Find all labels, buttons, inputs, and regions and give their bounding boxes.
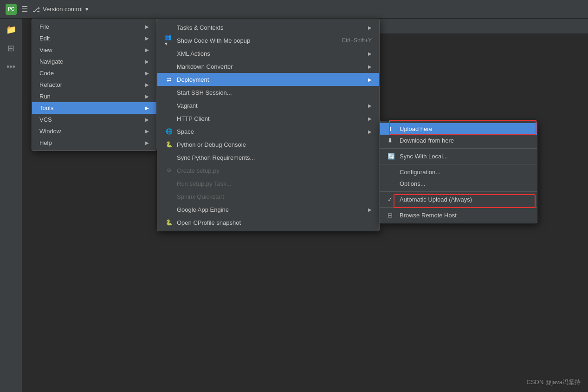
watermark: CSDN @java冯坚持: [527, 378, 581, 386]
menu-item-window[interactable]: Window ▶: [32, 125, 156, 137]
chevron-right-icon: ▶: [368, 129, 372, 134]
chevron-right-icon: ▶: [145, 24, 149, 29]
chevron-right-icon: ▶: [145, 82, 149, 87]
submenu-sphinx: Sphinx Quickstart: [157, 190, 379, 203]
cprofile-icon: 🐍: [165, 218, 173, 227]
menu-item-code[interactable]: Code ▶: [32, 67, 156, 79]
chevron-right-icon: ▶: [145, 71, 149, 76]
deployment-browse-remote[interactable]: ⊞ Browse Remote Host: [380, 209, 537, 221]
chevron-right-icon: ▶: [145, 59, 149, 64]
checkmark-icon: ✓: [388, 196, 396, 203]
chevron-right-icon: ▶: [145, 140, 149, 145]
sidebar-item-modules[interactable]: ⊞: [4, 41, 19, 56]
chevron-right-icon: ▶: [368, 51, 372, 56]
run-setup-icon: [165, 179, 173, 188]
chevron-right-icon: ▶: [145, 36, 149, 41]
xml-icon: [165, 49, 173, 58]
submenu-create-setup: ⚙ Create setup.py: [157, 164, 379, 177]
submenu-tasks-contexts[interactable]: Tasks & Contexts ▶: [157, 21, 379, 34]
menu-item-run[interactable]: Run ▶: [32, 91, 156, 102]
menu-item-view[interactable]: View ▶: [32, 44, 156, 56]
submenu-vagrant[interactable]: Vagrant ▶: [157, 99, 379, 112]
deployment-download-here[interactable]: ⬇ Download from here: [380, 135, 537, 146]
separator: [380, 164, 537, 164]
menu-item-edit[interactable]: Edit ▶: [32, 33, 156, 44]
chevron-right-icon: ▶: [368, 25, 372, 30]
separator: [380, 148, 537, 149]
sidebar-item-folder[interactable]: 📁: [4, 22, 19, 37]
deployment-upload-here[interactable]: ⬆ Upload here: [380, 123, 537, 135]
chevron-right-icon: ▶: [368, 116, 372, 121]
deployment-configuration[interactable]: Configuration...: [380, 166, 537, 178]
vagrant-icon: [165, 101, 173, 110]
submenu-start-ssh[interactable]: Start SSH Session...: [157, 86, 379, 99]
separator: [380, 207, 537, 208]
space-icon: 🌐: [165, 127, 173, 136]
menu-item-refactor[interactable]: Refactor ▶: [32, 79, 156, 91]
chevron-right-icon: ▶: [368, 77, 372, 82]
browse-icon: ⊞: [388, 212, 396, 219]
menu-item-help[interactable]: Help ▶: [32, 137, 156, 149]
version-control-tab[interactable]: ⎇ Version control ▾: [32, 6, 89, 13]
sidebar-item-more[interactable]: •••: [4, 59, 19, 74]
separator: [380, 191, 537, 192]
submenu-run-setup-task: Run setup.py Task...: [157, 177, 379, 190]
deployment-submenu: ⬆ Upload here ⬇ Download from here 🔄 Syn…: [380, 121, 537, 223]
tools-submenu: Tasks & Contexts ▶ 👥▾ Show Code With Me …: [157, 19, 380, 231]
menu-item-vcs[interactable]: VCS ▶: [32, 114, 156, 125]
branch-icon: ⎇: [32, 6, 40, 13]
setup-icon: ⚙: [165, 166, 173, 175]
titlebar: PC ☰ ⎇ Version control ▾: [0, 0, 588, 19]
chevron-right-icon: ▶: [145, 47, 149, 52]
google-icon: [165, 205, 173, 214]
submenu-python-console[interactable]: 🐍 Python or Debug Console: [157, 138, 379, 151]
left-sidebar: 📁 ⊞ •••: [0, 19, 22, 392]
sync-icon: [165, 153, 173, 162]
menu-item-tools[interactable]: Tools ▶: [32, 102, 156, 114]
deployment-automatic-upload[interactable]: ✓ Automatic Upload (Always): [380, 194, 537, 205]
submenu-markdown-converter[interactable]: Markdown Converter ▶: [157, 60, 379, 73]
python-console-icon: 🐍: [165, 140, 173, 149]
menu-item-navigate[interactable]: Navigate ▶: [32, 56, 156, 67]
submenu-xml-actions[interactable]: XML Actions ▶: [157, 47, 379, 60]
submenu-sync-requirements[interactable]: Sync Python Requirements...: [157, 151, 379, 164]
tasks-icon: [165, 23, 173, 32]
chevron-right-icon: ▶: [368, 64, 372, 69]
chevron-right-icon: ▶: [368, 207, 372, 212]
deployment-icon: ⇄: [165, 75, 173, 84]
main-menu: File ▶ Edit ▶ View ▶ Navigate ▶ Code ▶ R…: [32, 19, 157, 151]
submenu-deployment[interactable]: ⇄ Deployment ▶: [157, 73, 379, 86]
chevron-right-icon: ▶: [145, 117, 149, 122]
http-icon: [165, 114, 173, 123]
submenu-google-app-engine[interactable]: Google App Engine ▶: [157, 203, 379, 216]
upload-icon: ⬆: [388, 125, 396, 132]
menu-item-file[interactable]: File ▶: [32, 21, 156, 33]
chevron-right-icon: ▶: [368, 103, 372, 108]
sphinx-icon: [165, 192, 173, 201]
markdown-icon: [165, 62, 173, 71]
download-icon: ⬇: [388, 137, 396, 144]
chevron-right-icon: ▶: [145, 105, 149, 111]
submenu-show-code-with-me[interactable]: 👥▾ Show Code With Me popup Ctrl+Shift+Y: [157, 34, 379, 47]
app-logo: PC: [6, 4, 17, 15]
code-with-me-icon: 👥▾: [165, 36, 173, 45]
hamburger-menu[interactable]: ☰: [21, 5, 28, 13]
deployment-options[interactable]: Options...: [380, 178, 537, 189]
sync-local-icon: 🔄: [388, 153, 396, 160]
chevron-right-icon: ▶: [145, 94, 149, 99]
submenu-open-cprofile[interactable]: 🐍 Open CProfile snapshot: [157, 216, 379, 229]
ssh-icon: [165, 88, 173, 97]
deployment-sync-local[interactable]: 🔄 Sync With Local...: [380, 150, 537, 162]
submenu-space[interactable]: 🌐 Space ▶: [157, 125, 379, 138]
submenu-http-client[interactable]: HTTP Client ▶: [157, 112, 379, 125]
chevron-right-icon: ▶: [145, 129, 149, 134]
